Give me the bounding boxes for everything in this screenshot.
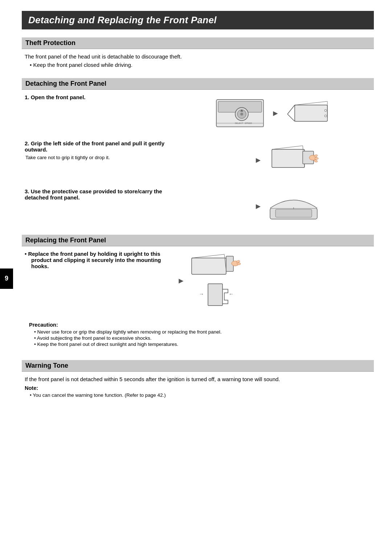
replacing-text: Replace the front panel by holding it up… — [25, 251, 177, 269]
step-3-arrow: ► — [254, 202, 262, 211]
svg-line-13 — [287, 114, 295, 121]
precaution-item-3: Keep the front panel out of direct sunli… — [34, 342, 369, 347]
step-1-arrow: ► — [271, 109, 279, 118]
precaution-block: Precaution: Never use force or grip the … — [25, 318, 374, 351]
detaching-section: Detaching the Front Panel 1. Open the fr… — [22, 78, 374, 225]
svg-text:→: → — [199, 291, 204, 297]
svg-line-31 — [192, 254, 224, 258]
step-2-images: ► — [177, 140, 374, 180]
theft-protection-header: Theft Protection — [22, 37, 374, 49]
svg-rect-11 — [295, 105, 327, 121]
replacing-arrow: ► — [177, 276, 185, 286]
precaution-label: Precaution: — [29, 322, 369, 328]
replacing-images: ► — [177, 251, 374, 311]
detaching-header: Detaching the Front Panel — [22, 78, 374, 90]
step-2-label: 2. Grip the left side of the front panel… — [25, 140, 173, 153]
precaution-list: Never use force or grip the display tigh… — [29, 329, 369, 347]
svg-line-12 — [287, 105, 295, 114]
replacing-row: Replace the front panel by holding it up… — [22, 251, 374, 311]
svg-rect-28 — [275, 209, 312, 217]
step-1-label: 1. Open the front panel. — [25, 94, 173, 100]
theft-protection-bullet: Keep the front panel closed while drivin… — [30, 62, 374, 68]
step-3-illus-2 — [266, 188, 323, 225]
main-title: Detaching and Replacing the Front Panel — [22, 11, 374, 29]
svg-line-20 — [272, 146, 303, 149]
page-number: 9 — [0, 269, 13, 289]
step-2-arrow: ► — [254, 156, 262, 165]
theft-protection-body: The front panel of the head unit is deta… — [22, 53, 374, 68]
step-1-images: SELECT SPEED ► — [177, 94, 374, 132]
replacing-illus-1 — [188, 251, 244, 280]
precaution-item-1: Never use force or grip the display tigh… — [34, 329, 369, 335]
step-2-note: Take care not to grip it tightly or drop… — [25, 155, 173, 160]
step-3-text: 3. Use the protective case provided to s… — [25, 188, 177, 202]
step-1-illus-1: SELECT SPEED — [215, 94, 267, 132]
note-label: Note: — [25, 385, 374, 391]
svg-point-36 — [237, 263, 241, 265]
replacing-illus-2: ← → — [188, 282, 244, 311]
precaution-item-2: Avoid subjecting the front panel to exce… — [34, 335, 369, 341]
replacing-section: Replacing the Front Panel Replace the fr… — [22, 235, 374, 311]
step-1-row: 1. Open the front panel. — [22, 94, 374, 132]
step-2-text: 2. Grip the left side of the front panel… — [25, 140, 177, 160]
step-3-row: 3. Use the protective case provided to s… — [22, 188, 374, 225]
replacing-bullet: Replace the front panel by holding it up… — [25, 251, 177, 269]
replacing-illus-group: ← → — [188, 251, 244, 311]
svg-line-16 — [295, 101, 327, 105]
step-2-illus-2 — [266, 140, 323, 180]
svg-rect-37 — [208, 284, 222, 306]
svg-point-4 — [240, 113, 243, 116]
step-2-row: 2. Grip the left side of the front panel… — [22, 140, 374, 180]
warning-section: If the front panel is not detached withi… — [22, 376, 374, 398]
warning-tone-body: If the front panel is not detached withi… — [25, 376, 374, 382]
svg-rect-30 — [192, 258, 226, 274]
content-area: Detaching and Replacing the Front Panel … — [22, 0, 374, 398]
warning-tone-header: Warning Tone — [22, 360, 374, 372]
step-1-illus-2 — [284, 94, 336, 132]
step-3-label: 3. Use the protective case provided to s… — [25, 188, 173, 201]
step-2-illus-1 — [228, 141, 250, 179]
svg-rect-19 — [272, 149, 305, 167]
step-1-text: 1. Open the front panel. — [25, 94, 177, 102]
step-3-illus-1 — [228, 188, 250, 225]
page-container: 9 Detaching and Replacing the Front Pane… — [0, 0, 392, 557]
svg-point-25 — [315, 157, 318, 160]
step-3-images: ► — [177, 188, 374, 225]
svg-text:←: ← — [229, 291, 234, 297]
replacing-header: Replacing the Front Panel — [22, 235, 374, 246]
theft-protection-text: The front panel of the head unit is deta… — [25, 53, 374, 60]
note-bullet: You can cancel the warning tone function… — [30, 392, 374, 398]
